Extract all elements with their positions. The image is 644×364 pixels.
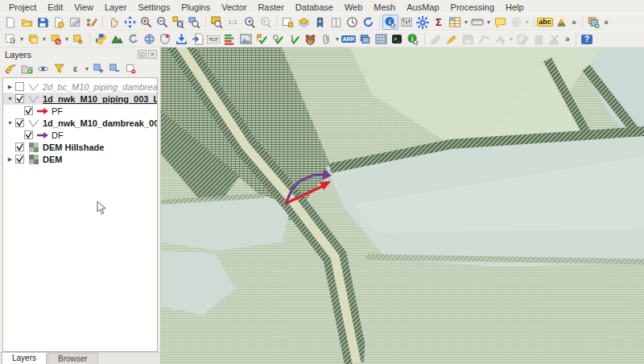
map-tips-icon[interactable] [492,14,508,30]
layer-checkbox-checked[interactable] [14,93,25,104]
python-terminal-icon[interactable]: >_ [389,31,405,47]
zoom-full-icon[interactable] [208,14,225,30]
pan-map-icon[interactable] [105,14,122,30]
symbol-checkbox-checked[interactable] [23,130,34,140]
menu-ausmap[interactable]: AusMap [401,2,444,13]
add-group-icon[interactable] [19,61,35,76]
select-features-caret[interactable]: ▼ [19,36,25,42]
new-map-view-icon[interactable] [279,14,295,30]
toolbar-overflow-icon[interactable]: » [563,31,572,47]
zoom-native-icon[interactable]: 1:1 [225,14,241,30]
toolbar-overflow-icon[interactable]: » [601,14,611,30]
circular-arrow-tool-icon[interactable] [125,31,141,47]
panel-close-icon[interactable]: ✕ [148,50,157,59]
arr-tool-icon[interactable]: ARR [341,31,357,47]
deselect-all-caret[interactable]: ▼ [64,36,70,42]
zoom-to-selection-icon[interactable] [170,14,186,30]
tuflow-check-one-icon[interactable]: 1 [286,31,302,47]
help-icon[interactable]: ? [579,31,595,47]
identify-features-icon[interactable]: i [382,14,398,30]
measure-icon[interactable] [469,14,485,30]
symbol-checkbox-checked[interactable] [23,105,34,116]
toggle-editing-icon[interactable] [444,31,460,47]
layer-checkbox-unchecked[interactable] [14,81,25,92]
symbol-row-pf[interactable]: PF [3,105,157,117]
menu-plugins[interactable]: Plugins [175,2,216,13]
duplicate-layer-icon[interactable] [585,14,601,30]
symbol-label[interactable]: DF [52,130,64,140]
manage-map-themes-icon[interactable] [35,61,51,76]
menu-database[interactable]: Database [290,2,339,13]
new-3d-map-view-icon[interactable] [295,14,312,30]
toolbar-overflow-icon[interactable]: » [569,14,579,30]
new-print-layout-icon[interactable] [51,14,67,30]
tuflow-tcf-icon[interactable]: TCF [205,31,221,47]
raster-preview-icon[interactable] [237,31,254,47]
terrain-tool-icon[interactable] [109,31,125,47]
panel-float-icon[interactable]: ◱ [138,50,147,59]
layer-row-1d-nwk-piping[interactable]: ▼ 1d_nwk_M10_piping_003_L [3,93,157,105]
menu-help[interactable]: Help [500,2,530,13]
tab-browser[interactable]: Browser [47,353,98,364]
expander-icon[interactable]: ▶ [6,156,14,163]
menu-processing[interactable]: Processing [445,2,500,13]
download-tool-icon[interactable] [173,31,189,47]
layer-labeling-icon[interactable] [553,14,569,30]
select-within-icon[interactable] [70,31,86,47]
expander-icon[interactable]: ▼ [6,96,14,101]
select-by-value-caret[interactable]: ▼ [41,36,47,42]
open-project-icon[interactable] [19,14,35,30]
menu-mesh[interactable]: Mesh [368,2,401,13]
layer-checkbox-checked[interactable] [14,118,25,128]
deselect-all-icon[interactable] [47,31,64,47]
run-feature-action-caret[interactable]: ▼ [524,19,530,25]
layer-row-dem-hillshade[interactable]: DEM Hillshade [3,141,157,153]
filter-legend-icon[interactable] [52,61,67,76]
new-project-icon[interactable] [2,14,19,30]
collapse-all-icon[interactable] [107,61,122,76]
python-console-icon[interactable] [93,31,109,47]
show-bookmarks-icon[interactable] [328,14,344,30]
symbol-label[interactable]: PF [52,106,63,116]
remove-layer-icon[interactable] [123,61,138,76]
layer-label[interactable]: DEM Hillshade [43,143,104,152]
expander-icon[interactable]: ▶ [6,84,14,90]
layer-checkbox-checked[interactable] [14,154,25,164]
layer-label[interactable]: DEM [43,155,62,164]
select-features-icon[interactable] [2,31,19,47]
layer-row-1d-nwk-dambreak[interactable]: ▼ 1d_nwk_M10_dambreak_003_L [3,117,157,129]
zoom-last-icon[interactable] [241,14,257,30]
active-layer-info-icon[interactable]: i [405,31,421,47]
zoom-in-icon[interactable] [138,14,154,30]
delete-selected-icon[interactable] [530,31,547,47]
layer-row-dem[interactable]: ▶ DEM [3,153,157,165]
run-feature-action-icon[interactable] [508,14,524,30]
save-edits-icon[interactable] [460,31,476,47]
statistical-summary-icon[interactable] [398,14,415,30]
current-edits-icon[interactable] [427,31,444,47]
layer-checkbox-checked[interactable] [14,142,25,152]
menu-web[interactable]: Web [339,2,368,13]
new-bookmark-icon[interactable] [312,14,328,30]
vertex-tool-icon[interactable] [492,31,508,47]
save-project-icon[interactable] [35,14,51,30]
layer-label[interactable]: 2d_bc_M10_piping_dambreak_003_L [43,82,158,92]
attachments-icon[interactable] [318,31,334,47]
filter-by-expression-icon[interactable]: ε [68,61,83,76]
add-feature-icon[interactable] [476,31,492,47]
map-canvas[interactable] [161,48,644,364]
menu-raster[interactable]: Raster [252,2,289,13]
style-manager-icon[interactable] [83,14,99,30]
layer-label[interactable]: 1d_nwk_M10_dambreak_003_L [43,118,158,128]
shield-tool-icon[interactable] [157,31,173,47]
modify-attributes-icon[interactable] [514,31,530,47]
label-toolbar-icon[interactable]: abc [537,14,553,30]
menu-settings[interactable]: Settings [132,2,175,13]
attribute-table-caret[interactable]: ▼ [463,19,469,25]
expand-all-icon[interactable] [91,61,106,76]
show-layout-manager-icon[interactable] [67,14,83,30]
refresh-icon[interactable] [360,14,376,30]
temporal-controller-icon[interactable] [344,14,360,30]
grid-tool-icon[interactable] [373,31,389,47]
menu-view[interactable]: View [68,2,99,13]
